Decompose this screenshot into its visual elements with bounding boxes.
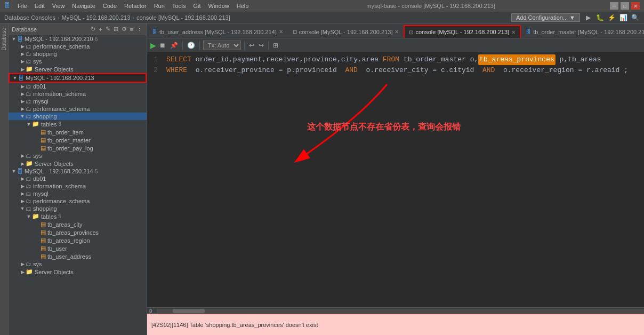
table-order-pay-213[interactable]: ▤ tb_order_pay_log (9, 144, 147, 152)
minimize-button[interactable]: ─ (610, 2, 618, 10)
undo-icon[interactable]: ↩ (248, 41, 255, 50)
connection-icon: 🗄 (18, 75, 24, 81)
table-icon: ▤ (41, 145, 46, 151)
sql-line-2[interactable]: WHERE o.receiver_province = p.provinceid… (166, 65, 644, 76)
schema-info-214[interactable]: ▶ 🗂 information_schema (9, 182, 147, 190)
table-areas-ref: tb_areas (568, 54, 601, 65)
tab-console-2[interactable]: ⊡ console [MySQL - 192.168.200.213] ✕ (404, 25, 521, 38)
breadcrumb-item-2[interactable]: MySQL - 192.168.200.213 (62, 14, 131, 21)
table-user-address-214[interactable]: ▤ tb_user_address (9, 252, 147, 260)
bottom-scrollbar[interactable]: p (147, 307, 644, 314)
tables-folder-213[interactable]: ▼ 📁 tables 3 (9, 120, 147, 128)
add-datasource-icon[interactable]: + (98, 26, 103, 33)
tab-order-master[interactable]: 🗄 tb_order_master [MySQL - 192.168.200.2… (521, 25, 644, 38)
refresh-icon[interactable]: ↻ (90, 25, 96, 33)
schema-sys-214[interactable]: ▶ 🗂 sys (9, 260, 147, 268)
connection-213-label: MySQL - 192.168.200.213 (26, 75, 94, 81)
menu-help[interactable]: Help (234, 2, 252, 10)
tab-close-user-address[interactable]: ✕ (279, 29, 283, 35)
menu-code[interactable]: Code (100, 2, 120, 10)
tab-bar: 🗄 tb_user_address [MySQL - 192.168.200.2… (147, 23, 644, 38)
schema-perf-210[interactable]: ▶ 🗂 performance_schema (9, 43, 147, 50)
schema-info-213[interactable]: ▶ 🗂 information_schema (9, 90, 147, 98)
col-province: province (304, 54, 337, 65)
table-order-master-213[interactable]: ▤ tb_order_master (9, 136, 147, 144)
table-areas-region-214[interactable]: ▤ tb_areas_region (9, 236, 147, 244)
schema-mysql-213[interactable]: ▶ 🗂 mysql (9, 98, 147, 105)
table-user-label: tb_user (47, 245, 67, 252)
expand-arrow: ▶ (19, 59, 26, 64)
table-areas-provinces-214[interactable]: ▤ tb_areas_provinces (9, 228, 147, 236)
menu-refactor[interactable]: Refactor (121, 2, 150, 10)
schema-mysql-214[interactable]: ▶ 🗂 mysql (9, 190, 147, 197)
layout-icon[interactable]: ≡ (129, 26, 134, 33)
pin-icon[interactable]: 📌 (169, 41, 179, 50)
sql-editor[interactable]: 1 2 SELECT order_id , payment , receiver… (147, 52, 644, 307)
tx-auto-select[interactable]: Tx: Auto (203, 41, 241, 50)
expand-arrow: ▶ (19, 44, 26, 49)
settings-icon[interactable]: ⚙ (120, 25, 128, 33)
connection-213[interactable]: ▼ 🗄 MySQL - 192.168.200.213 (9, 73, 147, 83)
schema-db01-213[interactable]: ▶ 🗂 db01 (9, 83, 147, 90)
scroll-thumb[interactable] (173, 309, 205, 313)
format-icon[interactable]: ⊞ (272, 41, 279, 50)
tab-console-1[interactable]: ⊡ console [MySQL - 192.168.200.213] ✕ (288, 25, 404, 38)
scroll-track[interactable] (157, 309, 644, 313)
menu-navigate[interactable]: Navigate (69, 2, 98, 10)
profile-icon[interactable]: 📊 (618, 13, 628, 22)
tab-close-console-2[interactable]: ✕ (511, 29, 516, 35)
more-icon[interactable]: ⋮ (135, 25, 143, 33)
coverage-icon[interactable]: ⚡ (607, 13, 616, 22)
table-order-item-label: tb_order_item (47, 129, 84, 135)
scroll-pos-label: p (147, 308, 155, 314)
server-objects-213[interactable]: ▶ 📁 Server Objects (9, 159, 147, 168)
stop-button[interactable]: ⏹ (158, 41, 167, 50)
sql-line-1[interactable]: SELECT order_id , payment , receiver, pr… (166, 54, 644, 65)
menu-file[interactable]: File (14, 2, 30, 10)
search-icon[interactable]: 🔍 (630, 13, 640, 22)
schema-perf-214[interactable]: ▶ 🗂 performance_schema (9, 197, 147, 205)
table-areas-city-214[interactable]: ▤ tb_areas_city (9, 220, 147, 228)
col-area: area (362, 54, 379, 65)
keyword-and-1: AND (345, 66, 357, 74)
menu-run[interactable]: Run (151, 2, 168, 10)
breadcrumb-item-3[interactable]: console [MySQL - 192.168.200.213] (136, 14, 230, 21)
clock-icon[interactable]: 🕐 (186, 41, 196, 50)
breadcrumb-item-1[interactable]: Database Consoles (4, 14, 55, 21)
sql-content[interactable]: SELECT order_id , payment , receiver, pr… (166, 54, 644, 76)
tables-folder-214[interactable]: ▼ 📁 tables 5 (9, 212, 147, 220)
table-user-214[interactable]: ▤ tb_user (9, 244, 147, 252)
schema-shopping-210[interactable]: ▶ 🗂 shopping (9, 50, 147, 58)
menu-git[interactable]: Git (190, 2, 204, 10)
schema-sys-210[interactable]: ▶ 🗂 sys (9, 58, 147, 65)
redo-icon[interactable]: ↪ (257, 41, 265, 50)
menu-edit[interactable]: Edit (31, 2, 48, 10)
close-button[interactable]: ✕ (631, 2, 640, 10)
tab-user-address[interactable]: 🗄 tb_user_address [MySQL - 192.168.200.2… (147, 25, 288, 38)
main-layout: Database Database ↻ + ✎ ⊞ ⚙ ≡ ⋮ ▼ 🗄 MySQ… (0, 23, 644, 335)
schema-sys-213[interactable]: ▶ 🗂 sys (9, 152, 147, 159)
connection-214[interactable]: ▼ 🗄 MySQL - 192.168.200.214 5 (9, 168, 147, 175)
maximize-button[interactable]: □ (621, 2, 629, 10)
server-objects-210[interactable]: ▶ 📁 Server Objects (9, 65, 147, 73)
connection-210[interactable]: ▼ 🗄 MySQL - 192.168.200.210 6 (9, 35, 147, 43)
schema-perf-213[interactable]: ▶ 🗂 performance_schema (9, 105, 147, 113)
debug-icon[interactable]: 🐛 (595, 13, 605, 22)
schema-perf-210-label: performance_schema (33, 43, 90, 50)
tab-close-console-1[interactable]: ✕ (395, 29, 399, 35)
menu-view[interactable]: View (49, 2, 68, 10)
schema-shopping-213[interactable]: ▼ 🗂 shopping (9, 113, 147, 120)
server-objects-214[interactable]: ▶ 📁 Server Objects (9, 268, 147, 276)
run-query-button[interactable]: ▶ (150, 41, 156, 50)
col-city: city (341, 54, 358, 65)
menu-tools[interactable]: Tools (169, 2, 189, 10)
filter-icon[interactable]: ⊞ (112, 25, 119, 33)
schema-db01-214[interactable]: ▶ 🗂 db01 (9, 175, 147, 182)
run-icon[interactable]: ▶ (583, 13, 593, 22)
database-tab-label[interactable]: Database (0, 26, 8, 53)
schema-shopping-214[interactable]: ▼ 🗂 shopping (9, 205, 147, 212)
edit-icon[interactable]: ✎ (104, 25, 111, 33)
table-order-item-213[interactable]: ▤ tb_order_item (9, 128, 147, 136)
menu-window[interactable]: Window (205, 2, 232, 10)
add-configuration-button[interactable]: Add Configuration... ▼ (511, 13, 580, 22)
